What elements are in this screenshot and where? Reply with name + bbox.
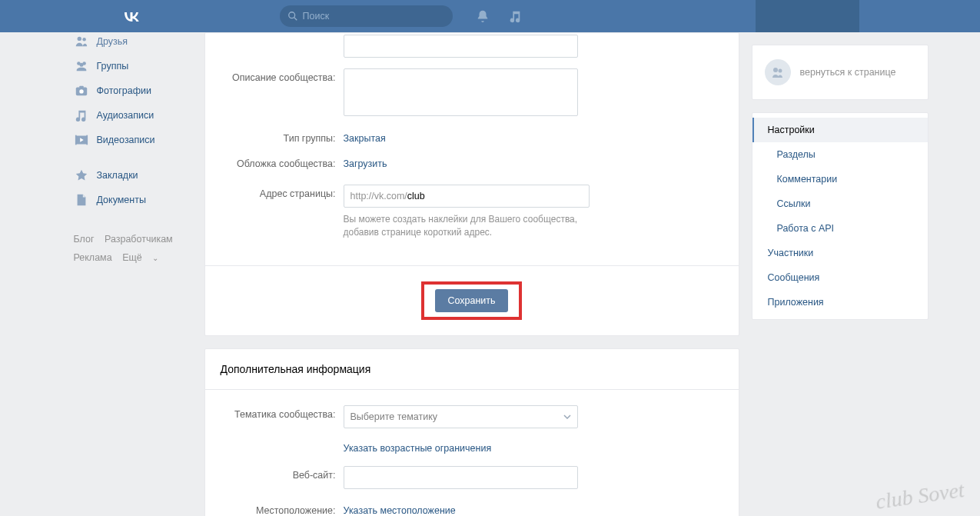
address-hint: Вы можете создать наклейки для Вашего со… <box>344 213 590 239</box>
svg-point-14 <box>778 69 782 73</box>
menu-sections[interactable]: Разделы <box>752 142 928 167</box>
groups-icon <box>74 58 89 74</box>
footer-blog[interactable]: Блог <box>74 234 95 245</box>
svg-point-6 <box>79 63 83 67</box>
menu-members[interactable]: Участники <box>752 241 928 265</box>
video-icon <box>74 132 89 148</box>
cover-label: Обложка сообщества: <box>205 155 344 169</box>
chevron-down-icon <box>563 414 571 419</box>
friends-icon <box>74 34 89 49</box>
sidebar-item-documents[interactable]: Документы <box>68 188 197 212</box>
menu-apps[interactable]: Приложения <box>752 290 928 315</box>
menu-messages[interactable]: Сообщения <box>752 265 928 290</box>
svg-line-1 <box>294 18 297 21</box>
svg-point-0 <box>288 12 294 18</box>
nav-label: Документы <box>97 195 146 205</box>
svg-point-3 <box>82 38 86 42</box>
address-input[interactable]: http://vk.com/club <box>344 185 590 208</box>
svg-point-2 <box>77 37 81 41</box>
right-column: вернуться к странице Настройки Разделы К… <box>752 32 929 516</box>
address-value: club <box>407 191 425 201</box>
search-icon <box>287 11 298 22</box>
save-highlight-box: Сохранить <box>421 281 521 320</box>
community-avatar <box>765 59 791 85</box>
nav-label: Аудиозаписи <box>97 110 154 121</box>
audio-icon <box>74 108 89 123</box>
profile-area[interactable] <box>756 0 859 32</box>
nav-label: Друзья <box>97 36 128 47</box>
menu-settings[interactable]: Настройки <box>752 118 928 142</box>
sidebar-item-audio[interactable]: Аудиозаписи <box>68 103 197 128</box>
main-content: Описание сообщества: Тип группы: Закрыта… <box>204 32 739 516</box>
svg-point-8 <box>79 89 83 93</box>
svg-rect-12 <box>86 135 88 145</box>
location-label: Местоположение: <box>205 501 344 516</box>
menu-api[interactable]: Работа с API <box>752 216 928 241</box>
search-input[interactable] <box>303 11 445 22</box>
desc-label: Описание сообщества: <box>205 68 344 83</box>
footer-more[interactable]: Ещё ⌄ <box>122 252 166 263</box>
music-icon[interactable] <box>508 9 522 23</box>
nav-label: Видеозаписи <box>97 135 155 145</box>
search-box[interactable] <box>280 5 453 27</box>
svg-rect-9 <box>79 86 83 88</box>
location-link[interactable]: Указать местоположение <box>344 501 456 516</box>
age-restriction-link[interactable]: Указать возрастные ограничения <box>344 439 492 454</box>
extra-info-title: Дополнительная информация <box>205 349 739 390</box>
nav-label: Фотографии <box>97 85 151 96</box>
sidebar-item-photos[interactable]: Фотографии <box>68 78 197 103</box>
vk-logo[interactable] <box>121 6 141 26</box>
sidebar-item-friends[interactable]: Друзья <box>68 29 197 54</box>
document-icon <box>74 192 89 208</box>
sidebar-item-bookmarks[interactable]: Закладки <box>68 163 197 188</box>
address-label: Адрес страницы: <box>205 185 344 199</box>
left-sidebar: Друзья Группы Фотографии Аудиозаписи Вид… <box>68 32 197 516</box>
menu-links[interactable]: Ссылки <box>752 191 928 216</box>
return-to-page[interactable]: вернуться к странице <box>752 45 928 99</box>
type-label: Тип группы: <box>205 129 344 144</box>
top-header <box>0 0 980 32</box>
footer-links: Блог Разработчикам Реклама Ещё ⌄ <box>68 231 197 268</box>
group-type-link[interactable]: Закрытая <box>344 129 386 144</box>
menu-comments[interactable]: Комментарии <box>752 167 928 191</box>
camera-icon <box>74 83 89 98</box>
address-prefix: http://vk.com/ <box>350 191 407 201</box>
upload-cover-link[interactable]: Загрузить <box>344 155 387 169</box>
topic-placeholder: Выберите тематику <box>350 411 438 422</box>
notifications-icon[interactable] <box>476 9 490 23</box>
topic-label: Тематика сообщества: <box>205 405 344 420</box>
footer-ads[interactable]: Реклама <box>74 252 112 263</box>
nav-label: Группы <box>97 61 129 72</box>
footer-devs[interactable]: Разработчикам <box>105 234 173 245</box>
description-textarea[interactable] <box>344 68 578 116</box>
site-label: Веб-сайт: <box>205 466 344 481</box>
sidebar-item-groups[interactable]: Группы <box>68 54 197 78</box>
sidebar-item-video[interactable]: Видеозаписи <box>68 128 197 152</box>
nav-label: Закладки <box>97 170 138 181</box>
name-input[interactable] <box>344 35 578 58</box>
save-button[interactable]: Сохранить <box>435 289 507 312</box>
svg-rect-11 <box>75 135 76 145</box>
return-label: вернуться к странице <box>800 67 896 78</box>
website-input[interactable] <box>344 466 578 489</box>
star-icon <box>74 168 89 183</box>
topic-select[interactable]: Выберите тематику <box>344 405 578 428</box>
svg-point-13 <box>773 68 778 72</box>
